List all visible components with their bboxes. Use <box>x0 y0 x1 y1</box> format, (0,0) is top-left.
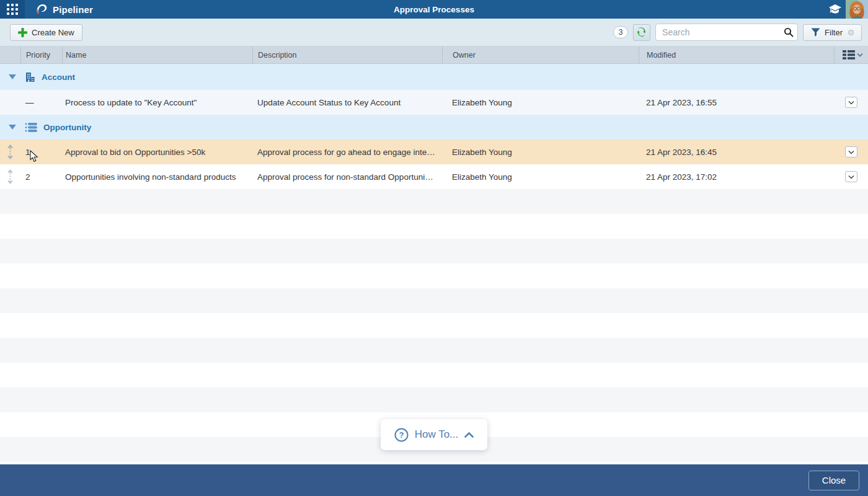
drag-handle[interactable] <box>0 144 20 159</box>
create-new-label: Create New <box>32 28 74 37</box>
avatar-photo <box>846 0 868 19</box>
footer-bar: Close <box>0 464 868 496</box>
topbar-right <box>825 0 868 19</box>
name-cell: Approval to bid on Opportunities >50k <box>62 148 252 157</box>
drag-arrows-icon <box>7 169 14 184</box>
close-button[interactable]: Close <box>808 471 859 490</box>
app-grid-button[interactable] <box>0 0 25 19</box>
action-cell <box>834 146 868 157</box>
description-cell: Update Account Status to Key Account <box>252 98 442 107</box>
priority-cell: — <box>20 98 62 107</box>
collapse-triangle-icon[interactable] <box>9 74 16 79</box>
group-row-opportunity[interactable]: Opportunity <box>0 115 868 140</box>
priority-cell: 1 <box>20 148 62 157</box>
modified-cell: 21 Apr 2023, 17:02 <box>639 172 834 182</box>
chevron-down-icon <box>848 175 854 179</box>
refresh-button[interactable] <box>633 24 650 41</box>
refresh-icon <box>637 27 647 37</box>
user-avatar[interactable] <box>846 0 868 19</box>
search-icon[interactable] <box>784 27 794 40</box>
drag-arrows-icon <box>7 144 14 159</box>
column-header-description[interactable]: Description <box>252 46 442 63</box>
record-count-badge: 3 <box>613 26 628 38</box>
filter-button[interactable]: Filter <box>803 24 862 41</box>
plus-icon <box>18 28 27 37</box>
how-to-label: How To... <box>415 428 459 441</box>
table-row-opportunity-1[interactable]: 1 Approval to bid on Opportunities >50k … <box>0 140 868 164</box>
priority-cell: 2 <box>20 172 62 182</box>
svg-text:?: ? <box>399 431 404 440</box>
owner-cell: Elizabeth Young <box>442 98 639 107</box>
action-cell <box>834 97 868 108</box>
filter-label: Filter <box>825 28 843 37</box>
table-body: Account — Process to update to "Key Acco… <box>0 64 868 189</box>
group-label-account: Account <box>42 73 75 82</box>
table-row-opportunity-2[interactable]: 2 Opportunities involving non-standard p… <box>0 164 868 189</box>
column-header-owner[interactable]: Owner <box>442 46 639 63</box>
action-cell <box>834 171 868 182</box>
brand-name: Pipeliner <box>53 4 93 15</box>
name-cell: Process to update to "Key Account" <box>62 98 252 107</box>
owner-cell: Elizabeth Young <box>442 172 639 182</box>
table-header: Priority Name Description Owner Modified <box>0 46 868 64</box>
chevron-down-icon <box>848 150 854 154</box>
app-grid-icon <box>7 4 18 15</box>
account-building-icon <box>25 72 35 82</box>
columns-icon <box>843 50 855 60</box>
filter-status-dot <box>848 30 854 35</box>
modified-cell: 21 Apr 2023, 16:55 <box>639 98 834 107</box>
page-title: Approval Processes <box>0 5 868 14</box>
how-to-button[interactable]: ? How To... <box>381 419 487 450</box>
create-new-button[interactable]: Create New <box>10 24 82 41</box>
academy-button[interactable] <box>825 0 846 19</box>
row-actions-button[interactable] <box>845 97 857 108</box>
owner-cell: Elizabeth Young <box>442 148 639 157</box>
search-box <box>655 24 798 41</box>
collapse-triangle-icon[interactable] <box>9 125 16 130</box>
column-drag-handle-header <box>0 46 20 63</box>
pipeliner-logo-icon <box>35 2 48 16</box>
search-input[interactable] <box>655 24 798 41</box>
column-chooser-button[interactable] <box>834 46 868 63</box>
top-bar: Pipeliner Approval Processes <box>0 0 868 19</box>
chevron-down-icon <box>848 100 854 105</box>
row-actions-button[interactable] <box>845 171 857 182</box>
description-cell: Approval process for go ahead to engage … <box>252 148 442 157</box>
name-cell: Opportunities involving non-standard pro… <box>62 172 252 182</box>
row-actions-button[interactable] <box>845 146 857 157</box>
modified-cell: 21 Apr 2023, 16:45 <box>639 148 834 157</box>
column-header-modified[interactable]: Modified <box>639 46 834 63</box>
table-row-account-1[interactable]: — Process to update to "Key Account" Upd… <box>0 90 868 115</box>
toolbar: Create New 3 Filter <box>0 19 868 46</box>
graduation-cap-icon <box>828 4 842 15</box>
column-header-name[interactable]: Name <box>62 46 252 63</box>
question-circle-icon: ? <box>394 428 409 442</box>
drag-handle[interactable] <box>0 169 20 184</box>
group-label-opportunity: Opportunity <box>43 123 91 132</box>
chevron-up-icon <box>464 432 474 438</box>
filter-funnel-icon <box>811 28 820 37</box>
description-cell: Approval process for non-standard Opport… <box>252 172 442 182</box>
chevron-down-icon <box>857 53 863 57</box>
group-row-account[interactable]: Account <box>0 64 868 90</box>
opportunity-pipeline-icon <box>25 122 37 133</box>
column-header-priority[interactable]: Priority <box>20 46 62 63</box>
brand: Pipeliner <box>35 2 93 16</box>
